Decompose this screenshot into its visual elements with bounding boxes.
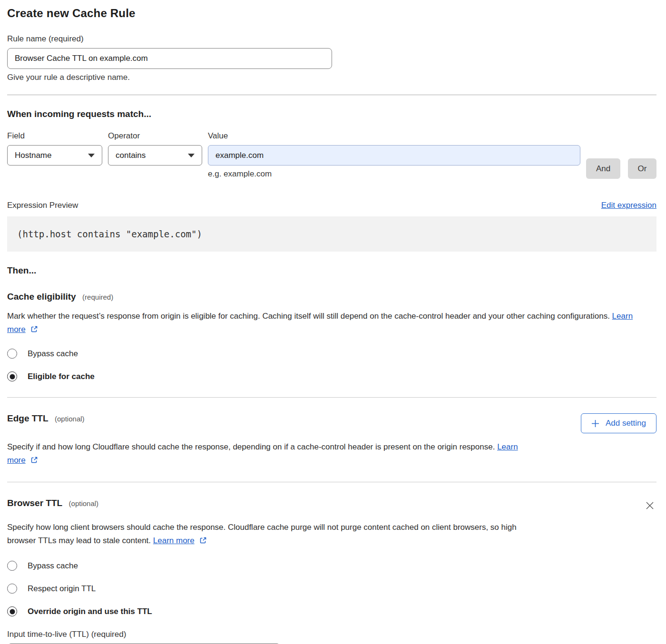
remove-browser-ttl-button[interactable] <box>643 499 656 514</box>
radio-button[interactable] <box>7 584 17 594</box>
field-select-value: Hostname <box>15 151 51 160</box>
match-heading: When incoming requests match... <box>7 109 656 119</box>
and-button[interactable]: And <box>586 158 620 179</box>
divider <box>7 482 656 482</box>
expression-preview-label: Expression Preview <box>7 201 78 210</box>
cache-eligibility-options: Bypass cache Eligible for cache <box>7 349 656 381</box>
radio-button[interactable] <box>7 349 17 359</box>
rule-name-input[interactable] <box>7 48 332 69</box>
ttl-input-group: Input time-to-live (TTL) (required) 1 da… <box>7 630 656 644</box>
and-or-buttons: And Or <box>586 131 656 179</box>
field-label: Field <box>7 131 102 141</box>
radio-option-override-origin-ttl[interactable]: Override origin and use this TTL <box>7 606 656 616</box>
chevron-down-icon <box>88 154 95 157</box>
external-link-icon <box>30 456 38 464</box>
rule-name-helper: Give your rule a descriptive name. <box>7 73 656 82</box>
radio-option-respect-origin-ttl[interactable]: Respect origin TTL <box>7 584 656 594</box>
external-link-icon <box>30 325 38 333</box>
radio-option-eligible-for-cache[interactable]: Eligible for cache <box>7 371 656 381</box>
value-helper: e.g. example.com <box>208 169 580 179</box>
external-link-icon <box>199 537 207 544</box>
radio-button[interactable] <box>7 561 17 571</box>
radio-option-bypass-cache[interactable]: Bypass cache <box>7 561 656 571</box>
field-column: Field Hostname <box>7 131 102 179</box>
value-input[interactable] <box>208 145 580 166</box>
operator-select-value: contains <box>116 151 146 160</box>
radio-option-bypass-cache[interactable]: Bypass cache <box>7 349 656 359</box>
expression-preview-row: Expression Preview Edit expression <box>7 201 656 210</box>
radio-button-checked[interactable] <box>7 606 17 616</box>
add-setting-button[interactable]: Add setting <box>581 413 656 433</box>
edge-ttl-title: Edge TTL <box>7 413 49 423</box>
browser-ttl-description: Specify how long client browsers should … <box>7 521 521 547</box>
operator-column: Operator contains <box>108 131 202 179</box>
divider <box>7 95 656 95</box>
value-column: Value e.g. example.com <box>208 131 580 179</box>
then-heading: Then... <box>7 265 656 276</box>
cache-eligibility-description: Mark whether the request’s response from… <box>7 310 640 336</box>
close-icon <box>645 501 655 510</box>
page-title: Create new Cache Rule <box>7 7 656 20</box>
match-row: Field Hostname Operator contains Value e… <box>7 131 656 179</box>
cache-eligibility-header: Cache eligibility (required) <box>7 292 656 302</box>
rule-name-group: Rule name (required) Give your rule a de… <box>7 34 656 82</box>
edge-ttl-description: Specify if and how long Cloudflare shoul… <box>7 440 528 467</box>
plus-icon <box>591 420 599 428</box>
browser-ttl-title: Browser TTL <box>7 498 62 508</box>
learn-more-link[interactable]: Learn more <box>153 536 195 545</box>
cache-eligibility-title: Cache eligibility <box>7 292 76 302</box>
radio-button-checked[interactable] <box>7 371 17 381</box>
browser-ttl-header: Browser TTL (optional) <box>7 498 656 514</box>
ttl-label: Input time-to-live (TTL) (required) <box>7 630 656 639</box>
create-cache-rule-form: Create new Cache Rule Rule name (require… <box>0 0 666 644</box>
or-button[interactable]: Or <box>628 158 656 179</box>
divider <box>7 397 656 398</box>
value-label: Value <box>208 131 580 141</box>
operator-label: Operator <box>108 131 202 141</box>
expression-code: (http.host contains "example.com") <box>7 216 656 252</box>
edge-ttl-header: Edge TTL (optional) Add setting <box>7 413 656 433</box>
cache-eligibility-tag: (required) <box>82 293 113 301</box>
browser-ttl-options: Bypass cache Respect origin TTL Override… <box>7 561 656 616</box>
chevron-down-icon <box>188 154 195 157</box>
browser-ttl-tag: (optional) <box>69 499 99 507</box>
field-select[interactable]: Hostname <box>7 145 102 166</box>
operator-select[interactable]: contains <box>108 145 202 166</box>
edit-expression-link[interactable]: Edit expression <box>601 201 656 210</box>
edge-ttl-tag: (optional) <box>55 415 85 423</box>
rule-name-label: Rule name (required) <box>7 34 656 44</box>
